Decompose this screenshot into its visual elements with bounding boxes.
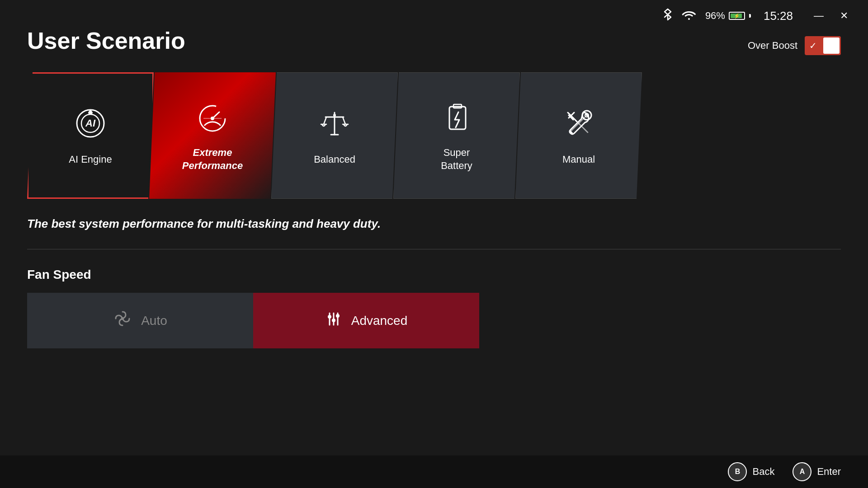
fan-option-advanced[interactable]: Advanced <box>253 293 479 348</box>
fan-option-auto[interactable]: Auto <box>27 293 253 348</box>
battery-tip <box>749 14 751 18</box>
svg-point-27 <box>336 314 340 318</box>
scenario-card-balanced[interactable]: Balanced <box>271 72 398 199</box>
super-battery-icon <box>439 99 475 139</box>
fan-auto-icon <box>113 309 132 332</box>
back-btn-circle: B <box>728 462 747 481</box>
svg-point-26 <box>332 319 335 322</box>
enter-btn-circle: A <box>793 462 811 481</box>
manual-label: Manual <box>562 153 595 166</box>
svg-point-12 <box>333 114 336 117</box>
balanced-label: Balanced <box>314 153 355 166</box>
toggle-knob <box>823 38 840 54</box>
back-label: Back <box>752 466 774 478</box>
battery-percent: 96% <box>705 10 725 22</box>
svg-line-9 <box>324 117 326 124</box>
close-button[interactable]: ✕ <box>836 8 852 23</box>
fan-advanced-icon <box>325 310 342 331</box>
time-display: 15:28 <box>764 9 793 23</box>
scenario-cards: AI AI Engine ExtremePerformance <box>27 72 841 199</box>
enter-button[interactable]: A Enter <box>793 462 841 481</box>
ai-engine-icon: AI <box>72 105 108 146</box>
scenario-card-ai-engine[interactable]: AI AI Engine <box>27 72 154 199</box>
svg-line-5 <box>212 112 219 118</box>
svg-line-10 <box>343 117 345 124</box>
battery-container: 96% ⚡ <box>705 10 751 22</box>
svg-point-21 <box>121 317 124 320</box>
over-boost-label: Over Boost <box>748 40 797 52</box>
toggle-check-icon: ✓ <box>809 40 817 51</box>
wifi-icon <box>682 9 696 23</box>
fan-speed-options: Auto Advanced <box>27 293 841 348</box>
over-boost-toggle[interactable]: ✓ <box>805 36 841 55</box>
fan-speed-label: Fan Speed <box>27 267 841 282</box>
main-content: User Scenario Over Boost ✓ AI AI Engine <box>0 0 868 348</box>
fan-auto-label: Auto <box>141 314 167 328</box>
over-boost-container: Over Boost ✓ <box>748 36 841 55</box>
fan-advanced-label: Advanced <box>351 314 408 328</box>
scenario-card-manual[interactable]: Manual <box>515 72 642 199</box>
scenario-card-extreme-performance[interactable]: ExtremePerformance <box>149 72 276 199</box>
window-controls: — ✕ <box>810 8 852 23</box>
extreme-performance-label: ExtremePerformance <box>182 146 243 172</box>
svg-point-25 <box>328 315 331 319</box>
balanced-icon <box>316 105 353 146</box>
scenario-card-super-battery[interactable]: SuperBattery <box>393 72 520 199</box>
bluetooth-icon <box>663 8 673 23</box>
ai-engine-label: AI Engine <box>69 153 112 166</box>
enter-label: Enter <box>817 466 841 478</box>
manual-icon <box>561 105 597 146</box>
bottom-bar: B Back A Enter <box>0 455 868 488</box>
extreme-performance-icon <box>194 99 231 139</box>
scenario-description: The best system performance for multi-ta… <box>27 217 841 231</box>
status-icons: 96% ⚡ <box>663 8 751 23</box>
status-bar: 96% ⚡ 15:28 — ✕ <box>646 0 868 32</box>
svg-text:AI: AI <box>85 117 96 129</box>
super-battery-label: SuperBattery <box>441 146 472 172</box>
fan-speed-section: Fan Speed Auto <box>27 267 841 348</box>
minimize-button[interactable]: — <box>810 8 827 23</box>
svg-rect-13 <box>449 107 466 129</box>
battery-body: ⚡ <box>729 12 745 20</box>
section-divider <box>27 249 841 249</box>
back-button[interactable]: B Back <box>728 462 774 481</box>
